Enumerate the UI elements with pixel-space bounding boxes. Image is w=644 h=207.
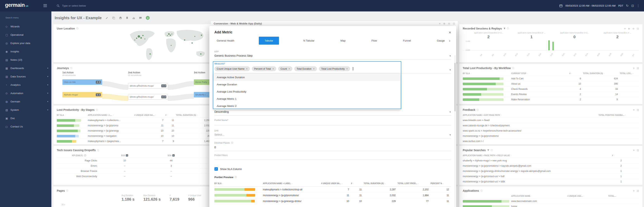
journey-node[interactable]: Click on link 2 (62, 79, 102, 85)
decimal-places-field[interactable]: Decimal Placesⓘ 0 (214, 141, 451, 151)
sort-icon[interactable]: ↕ (625, 114, 626, 116)
kpi-select[interactable]: KPI* Generic Business Process Step ▾ (214, 51, 451, 59)
info-icon[interactable]: ⓘ (84, 154, 86, 157)
dialog-tab[interactable]: Gauge (436, 37, 446, 45)
dialog-tab[interactable]: General Health (215, 37, 236, 45)
sort-icon[interactable]: ↕ (113, 114, 114, 116)
measures-multiselect[interactable]: Measures* Count Unique User Name × Perce… (214, 63, 451, 73)
column-header[interactable]: #↕ (165, 114, 176, 116)
sidebar-item[interactable]: ◔ Analytics ▾ (0, 81, 51, 89)
close-icon[interactable]: × (449, 30, 451, 34)
sidebar-item[interactable]: ⊙ Automation ▾ (0, 89, 51, 97)
chevron-down-icon[interactable]: ▾ (450, 69, 451, 71)
portlet-filters-field[interactable]: Portlet Filters (214, 154, 451, 160)
dropdown-option[interactable]: Average Metric 2 (213, 102, 400, 110)
dropdown-option[interactable]: Average Metric 1 (213, 95, 400, 102)
info-icon[interactable]: ⓘ (480, 189, 482, 192)
chevron-down-icon[interactable]: ▾ (450, 55, 451, 57)
chip-remove-icon[interactable]: × (272, 67, 274, 70)
calendar-icon[interactable] (559, 4, 562, 7)
info-icon[interactable]: ⓘ (477, 108, 479, 111)
measure-chip[interactable]: Total Lost Productivity × (319, 66, 350, 71)
chip-remove-icon[interactable]: × (346, 67, 348, 70)
dialog-tab[interactable]: Flow (370, 37, 378, 45)
sort-icon[interactable]: ↕ (571, 72, 572, 74)
info-icon[interactable]: ⓘ (491, 149, 493, 152)
sort-icon[interactable]: ↕ (604, 72, 605, 74)
sidebar-item[interactable]: ▥ Data Sources ▾ (0, 72, 51, 81)
measure-chip[interactable]: Total Duration × (294, 66, 317, 71)
journey-node[interactable]: /photo-gifts/photo-mugs/ 3 (128, 83, 168, 88)
column-header[interactable]: # UNIQUE USER NA...↕ (134, 114, 165, 116)
portlet-name-field[interactable]: Portlet Name* (214, 119, 451, 125)
column-header[interactable]: APPLICATION NAME > EXIT PAGE PATH↕ (463, 114, 598, 116)
info-icon[interactable]: ⓘ (96, 108, 98, 111)
zoom-out-icon[interactable]: ⊖ (632, 27, 634, 30)
info-icon[interactable]: ⓘ (231, 142, 233, 144)
sort-icon[interactable]: ↕ (510, 154, 512, 156)
sort-icon[interactable]: ↕ (443, 182, 444, 184)
expand-icon[interactable]: ⊡ (637, 67, 639, 70)
sort-icon[interactable]: ↕ (584, 195, 584, 197)
column-header[interactable]: #↕ (351, 182, 364, 184)
menu-icon[interactable]: ≡ (633, 189, 635, 192)
column-header[interactable]: BY SLA↕ (57, 114, 88, 116)
sidebar-item[interactable]: ◇ Wizards (0, 22, 51, 31)
chart-bar[interactable] (552, 42, 554, 50)
column-header[interactable]: APPLICATION NAME > L...↕ (88, 114, 134, 116)
zoom-out-icon[interactable]: ⊖ (448, 22, 450, 25)
sort-icon[interactable]: ↕ (531, 195, 532, 197)
chevron-down-icon[interactable]: ▾ (450, 133, 451, 136)
expand-icon[interactable]: ⊡ (637, 27, 639, 30)
chart-icon[interactable] (132, 17, 135, 20)
chevron-down-icon[interactable]: ▾ (450, 111, 451, 113)
menu-icon[interactable]: ≡ (633, 108, 635, 111)
column-header[interactable]: # UNIQUE USER NA...↕ (321, 182, 351, 184)
expand-icon[interactable]: ⊡ (453, 22, 455, 25)
menu-icon[interactable]: ≡ (633, 67, 635, 70)
sidebar-item[interactable]: ▧ System ▾ (0, 106, 51, 114)
sidebar-item[interactable]: ◎ Explore your data (0, 39, 51, 47)
info-icon[interactable]: ⓘ (235, 176, 237, 179)
tabs-more-icon[interactable]: › (449, 38, 450, 43)
column-header[interactable]: TOTAL LOS...↕ (620, 72, 642, 75)
measure-chip[interactable]: Percent of Total × (252, 66, 276, 71)
info-icon[interactable]: ⓘ (512, 67, 514, 70)
sidebar-item[interactable]: ▤ Notes (10) (0, 56, 51, 64)
dropdown-option[interactable]: Average Duration (213, 81, 400, 88)
sort-icon[interactable]: ↕ (418, 182, 419, 184)
chart-bar[interactable] (548, 40, 550, 50)
sidebar-item[interactable]: ▦ Dashboards ▾ (0, 64, 51, 72)
show-sla-checkbox[interactable]: ✓ Show SLA Column (214, 167, 451, 171)
measure-chip[interactable]: Count × (278, 66, 292, 71)
journey-node[interactable]: /photo-gifts/photo-mugs/ 2 (128, 94, 168, 100)
column-header[interactable]: TOTAL DURATION (S)↕ (176, 114, 212, 116)
zoom-in-icon[interactable]: ⊕ (628, 27, 630, 30)
scrollbar-thumb[interactable] (454, 63, 456, 111)
filter-icon[interactable] (487, 149, 489, 151)
sort-icon[interactable]: ↕ (222, 182, 223, 184)
dropdown-option[interactable]: Average Active Duration (213, 74, 400, 81)
sort-icon[interactable]: ↕ (342, 182, 343, 184)
dialog-scrollbar[interactable] (454, 55, 456, 207)
column-header[interactable]: TOTAL... (608, 195, 642, 197)
column-header[interactable]: TOTAL DURATION (S)↕ (364, 182, 398, 184)
info-icon[interactable]: ⓘ (76, 27, 78, 30)
sort-icon[interactable]: ↕ (65, 114, 66, 116)
info-icon[interactable]: ⓘ (70, 67, 72, 70)
global-search-input[interactable]: Type or select below (56, 0, 406, 12)
sidebar-item[interactable]: ▣ Doc (0, 114, 51, 122)
menu-icon[interactable]: ≡ (624, 27, 626, 30)
expand-icon[interactable]: ⊡ (637, 149, 639, 152)
sidebar-item[interactable]: ◻ Contact Us (0, 122, 51, 131)
dialog-tab[interactable]: Funnel (402, 37, 412, 45)
sort-icon[interactable]: ↕ (292, 182, 292, 184)
menu-icon[interactable]: ≡ (439, 22, 441, 25)
add-portlet-button[interactable]: + (146, 16, 150, 20)
info-icon[interactable]: ⓘ (66, 189, 68, 192)
measure-chip[interactable]: Count Unique User Name × (214, 66, 250, 71)
sort-icon[interactable]: ↕ (471, 72, 472, 74)
print-icon[interactable] (119, 17, 122, 20)
checkbox-checked-icon[interactable]: ✓ (214, 167, 218, 171)
sort-icon[interactable]: ↕ (197, 114, 198, 116)
